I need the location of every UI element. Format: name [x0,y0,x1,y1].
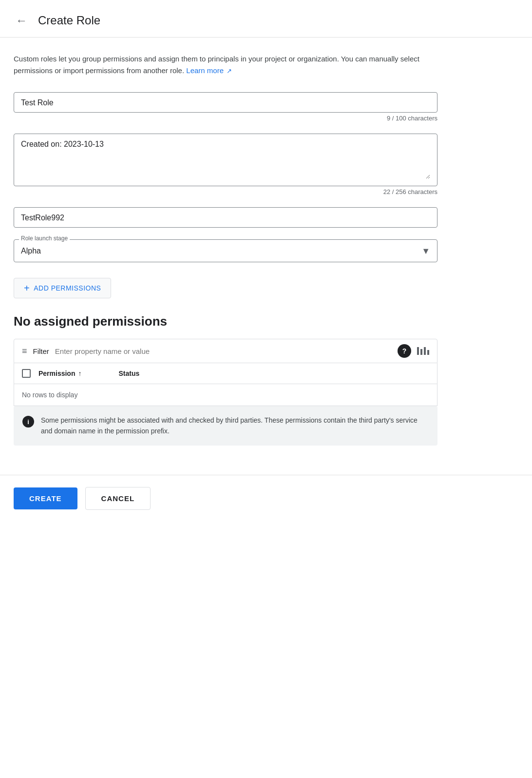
page-header: ← Create Role [0,0,532,38]
description-field-container: Created on: 2023-10-13 [14,134,437,186]
permission-column-header[interactable]: Permission ↑ [38,370,81,377]
add-permissions-button[interactable]: + ADD PERMISSIONS [14,278,111,298]
table-header-row: Permission ↑ Status [14,363,437,384]
launch-stage-label: Role launch stage [19,235,70,242]
filter-input[interactable] [55,347,392,355]
info-box-wrapper: i Some permissions might be associated w… [14,406,437,446]
filter-label: Filter [33,347,49,355]
title-input[interactable] [21,98,430,107]
filter-icon: ≡ [22,346,27,356]
id-field-group [14,207,437,228]
main-content: Custom roles let you group permissions a… [0,38,532,459]
title-char-count: 9 / 100 characters [14,115,437,122]
status-column-header: Status [118,370,139,377]
launch-stage-select[interactable]: Alpha Beta General Availability Disabled [14,240,437,262]
description-char-count: 22 / 256 characters [14,188,437,195]
id-input[interactable] [21,214,430,222]
info-box: i Some permissions might be associated w… [14,406,437,446]
title-field-group: 9 / 100 characters [14,92,437,122]
columns-icon[interactable] [417,347,429,355]
id-field-container [14,207,437,228]
back-button[interactable]: ← [14,12,29,29]
cancel-button[interactable]: CANCEL [85,487,151,510]
description-text: Custom roles let you group permissions a… [14,53,437,77]
info-box-text: Some permissions might be associated wit… [41,415,429,437]
title-field-container [14,92,437,113]
description-field-group: Created on: 2023-10-13 22 / 256 characte… [14,134,437,195]
add-permissions-label: ADD PERMISSIONS [34,284,101,292]
external-link-icon: ↗ [227,66,232,77]
filter-bar: ≡ Filter ? [14,339,437,363]
help-icon[interactable]: ? [398,344,411,358]
create-button[interactable]: CREATE [14,487,77,509]
sort-up-icon: ↑ [78,370,81,377]
permissions-section-title: No assigned permissions [14,314,518,329]
launch-stage-group: Role launch stage Alpha Beta General Ava… [14,239,437,262]
select-all-checkbox[interactable] [22,369,31,378]
learn-more-link[interactable]: Learn more ↗ [186,66,232,75]
permissions-table: Permission ↑ Status No rows to display [14,363,437,406]
back-arrow-icon: ← [16,14,27,27]
columns-bars-icon [417,347,429,355]
footer: CREATE CANCEL [0,475,532,522]
plus-icon: + [24,283,30,293]
info-circle-icon: i [22,416,34,428]
no-rows-message: No rows to display [14,384,437,406]
launch-stage-container: Role launch stage Alpha Beta General Ava… [14,239,437,262]
page-title: Create Role [38,14,100,27]
description-textarea[interactable]: Created on: 2023-10-13 [21,140,430,179]
